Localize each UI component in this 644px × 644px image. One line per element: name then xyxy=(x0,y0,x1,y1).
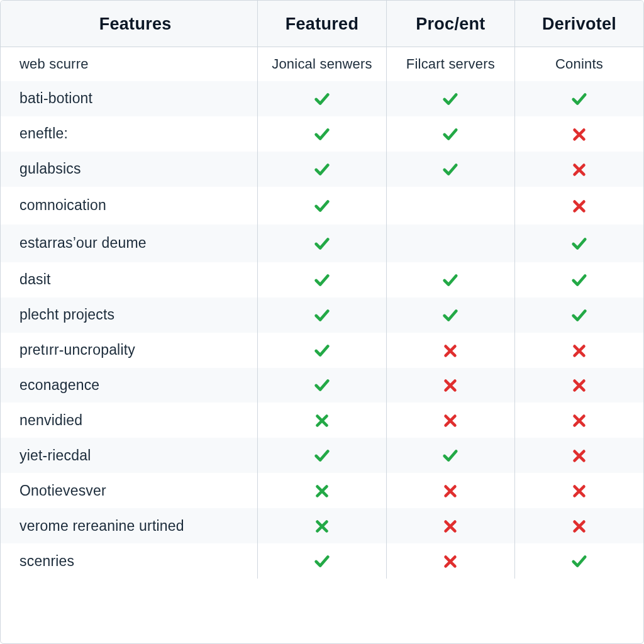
table-row: estarras’our deume xyxy=(1,225,643,262)
check-icon xyxy=(314,377,330,394)
feature-cell xyxy=(258,225,386,262)
table-row: nenvidied xyxy=(1,402,643,438)
feature-label: verome rereanine urtined xyxy=(1,508,258,543)
cross-icon xyxy=(314,518,330,535)
cross-icon xyxy=(571,377,587,394)
table-row: eneftle: xyxy=(1,116,643,152)
feature-cell xyxy=(258,368,386,403)
cross-icon xyxy=(571,126,587,143)
feature-cell xyxy=(258,508,386,543)
check-icon xyxy=(571,272,587,289)
check-icon xyxy=(314,343,330,359)
check-icon xyxy=(314,198,330,214)
feature-label: dasit xyxy=(1,262,258,297)
feature-cell xyxy=(386,402,514,438)
feature-label: scenries xyxy=(1,543,258,579)
feature-cell xyxy=(386,81,514,116)
feature-cell xyxy=(515,333,643,368)
col-header-featured: Featured xyxy=(258,1,386,47)
feature-cell xyxy=(258,297,386,333)
table-row: gulabsics xyxy=(1,152,643,187)
check-icon xyxy=(314,553,330,570)
check-icon xyxy=(442,448,458,464)
feature-cell xyxy=(386,297,514,333)
feature-label: Onotievesver xyxy=(1,473,258,508)
feature-cell xyxy=(258,333,386,368)
feature-cell xyxy=(515,297,643,333)
table-body: web scurre Jonical senwers Filcart serve… xyxy=(1,47,643,579)
check-icon xyxy=(314,236,330,252)
feature-comparison-table: Features Featured Proc/ent Derivotel web… xyxy=(0,0,644,644)
feature-cell xyxy=(515,438,643,473)
feature-label: estarras’our deume xyxy=(1,225,258,262)
feature-cell xyxy=(258,152,386,187)
feature-cell xyxy=(515,152,643,187)
check-icon xyxy=(442,308,458,324)
check-icon xyxy=(571,553,587,570)
cross-icon xyxy=(442,518,458,535)
feature-cell xyxy=(515,225,643,262)
comparison-table: Features Featured Proc/ent Derivotel web… xyxy=(1,1,643,579)
check-icon xyxy=(442,126,458,143)
col-header-features: Features xyxy=(1,1,258,47)
check-icon xyxy=(314,126,330,143)
feature-cell xyxy=(258,473,386,508)
feature-cell xyxy=(386,438,514,473)
cross-icon xyxy=(571,448,587,464)
subheader-c3: Conints xyxy=(515,47,643,82)
table-row: verome rereanine urtined xyxy=(1,508,643,543)
table-row: yiet-riecdal xyxy=(1,438,643,473)
table-row: bati-botiont xyxy=(1,81,643,116)
check-icon xyxy=(314,162,330,178)
cross-icon xyxy=(442,343,458,359)
feature-cell xyxy=(515,81,643,116)
check-icon xyxy=(314,272,330,289)
check-icon xyxy=(571,236,587,252)
feature-cell xyxy=(515,543,643,579)
cross-icon xyxy=(442,553,458,570)
check-icon xyxy=(314,308,330,324)
feature-cell xyxy=(258,116,386,152)
check-icon xyxy=(571,91,587,108)
table-row: Onotievesver xyxy=(1,473,643,508)
check-icon xyxy=(571,308,587,324)
feature-cell xyxy=(258,438,386,473)
feature-label: pretırr-uncropality xyxy=(1,333,258,368)
feature-label: plecht projects xyxy=(1,297,258,333)
feature-cell xyxy=(258,402,386,438)
check-icon xyxy=(442,91,458,108)
col-header-procent: Proc/ent xyxy=(386,1,514,47)
feature-cell xyxy=(386,225,514,262)
feature-label: eneftle: xyxy=(1,116,258,152)
cross-icon xyxy=(571,198,587,214)
feature-cell xyxy=(386,262,514,297)
table-row: scenries xyxy=(1,543,643,579)
feature-label: comnoication xyxy=(1,187,258,225)
table-row: dasit xyxy=(1,262,643,297)
empty-cell xyxy=(442,196,458,212)
subheader-feature: web scurre xyxy=(1,47,258,82)
feature-cell xyxy=(258,81,386,116)
table-subheader-row: web scurre Jonical senwers Filcart serve… xyxy=(1,47,643,82)
check-icon xyxy=(442,272,458,289)
cross-icon xyxy=(314,413,330,429)
feature-cell xyxy=(386,187,514,225)
check-icon xyxy=(314,448,330,464)
empty-cell xyxy=(442,233,458,250)
feature-cell xyxy=(386,333,514,368)
cross-icon xyxy=(314,483,330,499)
feature-cell xyxy=(386,508,514,543)
feature-cell xyxy=(515,187,643,225)
cross-icon xyxy=(571,343,587,359)
cross-icon xyxy=(442,377,458,394)
col-header-derivotel: Derivotel xyxy=(515,1,643,47)
subheader-c1: Jonical senwers xyxy=(258,47,386,82)
feature-label: nenvidied xyxy=(1,402,258,438)
cross-icon xyxy=(442,483,458,499)
feature-cell xyxy=(386,116,514,152)
table-row: comnoication xyxy=(1,187,643,225)
cross-icon xyxy=(571,518,587,535)
feature-label: bati-botiont xyxy=(1,81,258,116)
feature-label: yiet-riecdal xyxy=(1,438,258,473)
table-row: pretırr-uncropality xyxy=(1,333,643,368)
